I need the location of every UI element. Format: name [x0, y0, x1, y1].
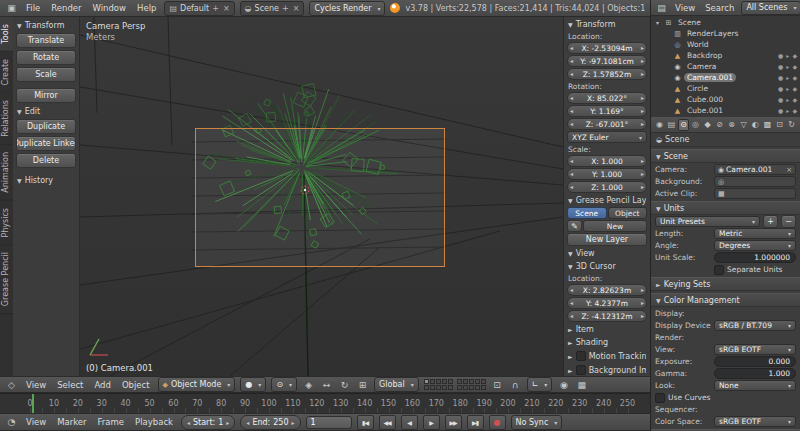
mode-select[interactable]: ◆ Object Mode	[158, 377, 236, 392]
lock-icon[interactable]: ⊡	[491, 380, 504, 390]
menu-render[interactable]: Render	[48, 3, 84, 13]
menu-playback[interactable]: Playback	[132, 417, 176, 427]
properties-tab-constraints[interactable]: ⊘	[714, 119, 725, 131]
scale-x-field[interactable]: X: 1.000	[567, 155, 647, 167]
panel-header-view[interactable]: ▼ View	[567, 247, 647, 259]
properties-tab-modifiers[interactable]: ⊗	[726, 119, 737, 131]
menu-frame[interactable]: Frame	[95, 417, 127, 427]
gp-scene-toggle[interactable]: Scene	[567, 207, 607, 219]
scene-datablock-icon[interactable]: ◒	[244, 4, 253, 13]
frame-end-field[interactable]: End: 250	[240, 415, 300, 430]
rotation-z-field[interactable]: Z: -67.001°	[567, 118, 647, 130]
properties-tab-physics[interactable]: ↻	[786, 119, 797, 131]
layer-toggle[interactable]	[457, 385, 462, 390]
next-keyframe-button[interactable]: ▶▶	[445, 415, 462, 430]
play-reverse-button[interactable]: ◀	[401, 415, 418, 430]
toolshelf-tab-animation[interactable]: Animation	[0, 145, 13, 201]
layer-toggle[interactable]	[475, 379, 480, 384]
gp-new-button[interactable]: New	[583, 220, 647, 232]
viewport-canvas[interactable]: Camera Persp Meters (0) Camera.001	[80, 17, 563, 376]
close-icon[interactable]: ×	[222, 4, 231, 13]
outliner-item-circle[interactable]: ▲Circle●▸◆	[651, 83, 800, 94]
outliner-editor-icon[interactable]: ▤	[655, 3, 668, 13]
gp-new-layer-button[interactable]: New Layer	[567, 233, 647, 246]
eye-icon[interactable]: ●	[778, 74, 783, 81]
render-restrict-icon[interactable]: ◆	[792, 96, 797, 103]
expand-icon[interactable]: ▾	[653, 19, 662, 26]
eye-icon[interactable]: ●	[778, 63, 783, 70]
background-images-checkbox[interactable]	[576, 365, 586, 375]
scale-y-field[interactable]: Y: 1.000	[567, 168, 647, 180]
menu-object[interactable]: Object	[119, 380, 153, 390]
outliner-item-renderlayers[interactable]: ▥RenderLayers	[651, 28, 800, 39]
unit-scale-slider[interactable]: 1.000000	[714, 252, 796, 263]
clear-icon[interactable]: ×	[786, 166, 792, 174]
toolshelf-tab-relations[interactable]: Relations	[0, 93, 13, 145]
active-clip-selector[interactable]: ▦	[714, 188, 796, 199]
clock-icon[interactable]: ◔	[5, 417, 18, 427]
sync-mode-select[interactable]: No Sync	[511, 415, 563, 430]
menu-marker[interactable]: Marker	[54, 417, 89, 427]
layer-toggle[interactable]	[475, 385, 480, 390]
outliner-item-backdrop[interactable]: ▲Backdrop●▸◆	[651, 50, 800, 61]
pencil-icon[interactable]: ✎	[567, 220, 582, 232]
view-transform-select[interactable]: sRGB EOTF	[714, 344, 796, 355]
render-still-icon[interactable]: ◉	[557, 380, 570, 390]
render-engine-select[interactable]: Cycles Render	[309, 1, 385, 16]
length-select[interactable]: Metric	[714, 228, 796, 239]
screen-layout-selector[interactable]: ▤ Default + ×	[164, 1, 234, 16]
properties-tab-scene[interactable]: ⊙	[678, 119, 689, 131]
layer-toggle[interactable]	[463, 385, 468, 390]
separate-units-checkbox[interactable]	[714, 265, 724, 275]
layer-toggle[interactable]	[430, 379, 435, 384]
select-icon[interactable]: ▸	[786, 107, 789, 114]
snap-element-select[interactable]: ∟	[527, 377, 553, 392]
menu-file[interactable]: File	[23, 3, 43, 13]
auto-keyframe-button[interactable]: ●	[489, 415, 506, 430]
location-x-field[interactable]: X: -2.53094m	[567, 42, 647, 54]
add-preset-button[interactable]: +	[763, 215, 778, 228]
duplicate-button[interactable]: Duplicate	[16, 119, 76, 134]
cursor-x-field[interactable]: X: 2.82623m	[567, 284, 647, 296]
properties-tab-object[interactable]: ◆	[702, 119, 713, 131]
panel-header-history[interactable]: ▼ History	[16, 174, 76, 186]
panel-header-motion-tracking[interactable]: ► Motion Tracking	[567, 349, 647, 362]
menu-view[interactable]: View	[23, 380, 49, 390]
layer-toggle[interactable]	[430, 385, 435, 390]
layer-toggle[interactable]	[457, 379, 462, 384]
toolshelf-tab-tools[interactable]: Tools	[0, 17, 13, 52]
properties-tab-render[interactable]: ◉	[654, 119, 665, 131]
properties-tab-texture[interactable]: ▩	[762, 119, 773, 131]
menu-view[interactable]: View	[23, 417, 49, 427]
panel-header-scene[interactable]: ▼ Scene	[651, 149, 800, 163]
eye-icon[interactable]: ●	[778, 107, 783, 114]
cursor-y-field[interactable]: Y: 4.2377m	[567, 297, 647, 309]
close-icon[interactable]: ×	[292, 4, 301, 13]
magnet-icon[interactable]: ∩	[509, 380, 522, 390]
layer-toggle[interactable]	[469, 379, 474, 384]
pivot-select[interactable]: ⊙	[271, 377, 297, 392]
duplicate-linked-button[interactable]: Duplicate Linked	[16, 136, 76, 151]
layer-toggle[interactable]	[463, 379, 468, 384]
translate-button[interactable]: Translate	[16, 33, 76, 48]
scene-selector[interactable]: ◒ Scene + ×	[240, 1, 305, 16]
motion-tracking-checkbox[interactable]	[576, 351, 586, 361]
properties-tab-world[interactable]: ◎	[690, 119, 701, 131]
layer-toggle[interactable]	[424, 379, 429, 384]
layer-toggle[interactable]	[442, 385, 447, 390]
eye-icon[interactable]: ●	[778, 52, 783, 59]
cursor-z-field[interactable]: Z: -4.12312m	[567, 310, 647, 322]
layer-toggle[interactable]	[448, 385, 453, 390]
toolshelf-tab-physics[interactable]: Physics	[0, 201, 13, 246]
render-restrict-icon[interactable]: ◆	[792, 52, 797, 59]
translate-manip-icon[interactable]: ↔	[320, 380, 333, 390]
panel-header-3d-cursor[interactable]: ▼ 3D Cursor	[567, 260, 647, 272]
render-restrict-icon[interactable]: ◆	[792, 85, 797, 92]
info-editor-icon[interactable]: ▣	[5, 3, 18, 13]
play-button[interactable]: ▶	[423, 415, 440, 430]
layer-toggle[interactable]	[481, 379, 486, 384]
layer-toggle[interactable]	[424, 385, 429, 390]
panel-header-units[interactable]: ▼ Units	[651, 201, 800, 215]
jump-start-button[interactable]: ▮◀	[357, 415, 374, 430]
rotate-button[interactable]: Rotate	[16, 50, 76, 65]
